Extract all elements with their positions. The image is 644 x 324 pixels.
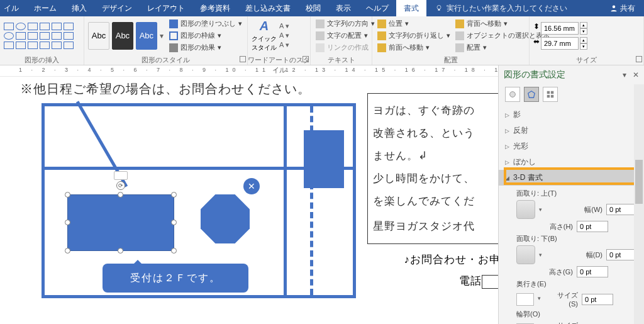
dialog-launcher-icon[interactable]: [240, 56, 246, 62]
callout-shape[interactable]: 受付は２Ｆです。: [103, 264, 248, 293]
ribbon: 図形の挿入 Abc Abc Abc ▾ 図形の塗りつぶし ▾ 図形の枠線 ▾ 図…: [0, 16, 644, 65]
wordart-icon[interactable]: A: [260, 19, 269, 33]
layout-tab-icon[interactable]: [543, 87, 558, 102]
tab-review[interactable]: 校閲: [298, 0, 328, 16]
document-area: ※他日程ご希望の場合は、お問合わせください。 ✕ ⟳ 受付は２Ｆです。: [0, 77, 498, 324]
text-direction-button[interactable]: 文字列の方向 ▾: [314, 18, 376, 29]
svg-point-2: [613, 6, 616, 9]
height-icon: ⬍: [533, 22, 540, 35]
resize-handle[interactable]: [171, 220, 177, 225]
bevel-bottom-preset[interactable]: [516, 245, 535, 264]
group-insert-shapes: 図形の挿入: [0, 55, 84, 65]
shape-style-2[interactable]: Abc: [112, 22, 133, 50]
rotate-handle[interactable]: ⟳: [116, 181, 125, 190]
depth-size-input[interactable]: [582, 294, 613, 305]
svg-rect-1: [438, 9, 440, 11]
fill-line-tab-icon[interactable]: [505, 87, 520, 102]
dialog-launcher-icon[interactable]: [303, 56, 309, 62]
resize-handle[interactable]: [65, 248, 70, 254]
tab-help[interactable]: ヘルプ: [358, 0, 396, 16]
phone-box: [482, 275, 498, 289]
resize-handle[interactable]: [65, 220, 70, 225]
shape-style-3[interactable]: Abc: [136, 22, 157, 50]
effects-tab-icon[interactable]: [524, 87, 539, 102]
svg-rect-7: [547, 95, 550, 98]
section-soft-edges[interactable]: ▷ぼかし: [499, 154, 644, 170]
lightbulb-icon: [435, 4, 443, 12]
section-3d-format[interactable]: ◢3-D 書式: [499, 170, 644, 186]
group-text: テキスト: [311, 55, 372, 65]
align-text-button[interactable]: 文字の配置 ▾: [314, 30, 376, 41]
text-outline-button[interactable]: A ▾: [279, 31, 289, 40]
width-icon: ⬌: [533, 37, 540, 50]
bevel-bottom-width-input[interactable]: [606, 249, 638, 260]
pane-title: 図形の書式設定: [504, 69, 565, 81]
road-vertical-solid: [284, 106, 287, 295]
crossing-icon[interactable]: ✕: [243, 178, 260, 194]
tell-me[interactable]: 実行したい作業を入力してください: [426, 3, 576, 14]
tab-mailings[interactable]: 差し込み文書: [238, 0, 298, 16]
group-shape-styles: 図形のスタイル: [84, 55, 247, 65]
position-button[interactable]: 位置 ▾: [376, 18, 452, 29]
svg-rect-6: [551, 91, 553, 94]
shapes-gallery[interactable]: [4, 23, 74, 49]
resize-handle[interactable]: [118, 192, 123, 198]
pane-scrollbar[interactable]: [634, 84, 644, 324]
inquiry-text: ♪お問合わせ・お申 電話: [375, 249, 498, 292]
resize-handle[interactable]: [171, 192, 177, 198]
text-fill-button[interactable]: A ▾: [279, 22, 289, 30]
share-button[interactable]: 共有: [601, 3, 644, 14]
tab-home[interactable]: ホーム: [26, 0, 64, 16]
resize-handle[interactable]: [171, 248, 177, 254]
wrap-text-button[interactable]: 文字列の折り返し ▾: [376, 30, 452, 41]
shape-style-1[interactable]: Abc: [88, 22, 109, 50]
bring-forward-button[interactable]: 前面へ移動 ▾: [376, 42, 452, 53]
octagon-shape[interactable]: [201, 194, 250, 243]
group-arrange: 配置: [372, 55, 529, 65]
map-container[interactable]: ✕ ⟳ 受付は２Ｆです。: [42, 103, 356, 298]
selected-shape[interactable]: ⟳: [67, 194, 174, 251]
tab-layout[interactable]: レイアウト: [140, 0, 192, 16]
svg-rect-8: [551, 95, 553, 98]
format-shape-pane: 図形の書式設定 ▾✕ ▷影 ▷反射 ▷光彩 ▷ぼかし ◢3-D 書式 面取り: …: [498, 65, 644, 324]
section-reflection[interactable]: ▷反射: [499, 123, 644, 138]
svg-marker-4: [528, 91, 535, 98]
resize-handle[interactable]: [65, 192, 70, 198]
section-glow[interactable]: ▷光彩: [499, 138, 644, 154]
tab-view[interactable]: 表示: [328, 0, 358, 16]
bevel-top-height-input[interactable]: [577, 221, 608, 232]
group-wordart-styles: ワードアートのスタイル: [248, 55, 310, 65]
pane-menu-icon[interactable]: ▾: [623, 70, 626, 79]
depth-color[interactable]: [516, 293, 534, 306]
tab-design[interactable]: デザイン: [94, 0, 140, 16]
bevel-bottom-height-input[interactable]: [577, 266, 608, 277]
layout-options-icon[interactable]: [114, 171, 128, 180]
bevel-top-width-input[interactable]: [606, 204, 638, 215]
person-icon: [610, 4, 618, 12]
bevel-top-preset[interactable]: [516, 200, 535, 219]
shape-outline-button[interactable]: 図形の枠線 ▾: [168, 30, 243, 41]
tab-file[interactable]: イル: [0, 0, 26, 16]
text-effects-button[interactable]: A ▾: [279, 41, 289, 49]
shape-fill-button[interactable]: 図形の塗りつぶし ▾: [168, 18, 243, 29]
group-size: サイズ: [530, 55, 643, 65]
section-shadow[interactable]: ▷影: [499, 107, 644, 123]
shape-height-input[interactable]: 16.56 mm: [541, 22, 579, 35]
tab-references[interactable]: 参考資料: [192, 0, 238, 16]
svg-rect-5: [547, 91, 550, 94]
tab-insert[interactable]: 挿入: [64, 0, 94, 16]
shape-effects-button[interactable]: 図形の効果 ▾: [168, 42, 243, 53]
ribbon-tabs: イル ホーム 挿入 デザイン レイアウト 参考資料 差し込み文書 校閲 表示 ヘ…: [0, 0, 644, 16]
create-link-button: リンクの作成: [314, 42, 376, 53]
svg-point-0: [437, 6, 441, 9]
building-shape[interactable]: [304, 130, 344, 188]
shape-width-input[interactable]: 29.7 mm: [541, 37, 579, 50]
tab-format[interactable]: 書式: [396, 0, 426, 16]
text-box[interactable]: ヨガは、すぐ奇跡の 改善される、という ません。↲ 少し時間をかけて、 を楽しん…: [367, 93, 498, 244]
dialog-launcher-icon[interactable]: [636, 56, 642, 62]
resize-handle[interactable]: [118, 248, 123, 254]
pane-close-icon[interactable]: ✕: [633, 70, 639, 79]
svg-point-3: [510, 92, 516, 98]
